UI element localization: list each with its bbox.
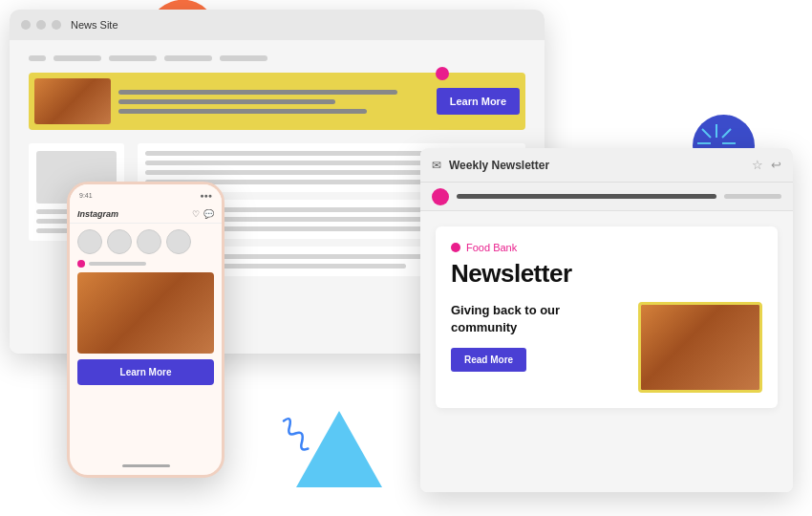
banner-text-line-2 — [118, 99, 335, 104]
instagram-post: Learn More — [70, 260, 222, 393]
story-bubble-3 — [137, 229, 161, 254]
email-subheader — [420, 183, 793, 211]
instagram-header-icons: ♡ 💬 — [192, 209, 214, 219]
email-action-icons: ☆ ↩ — [752, 158, 781, 172]
heart-icon: ♡ — [192, 209, 200, 219]
email-sender-avatar — [432, 188, 449, 205]
email-subject-text: Weekly Newsletter — [449, 159, 744, 172]
food-bank-header: Food Bank — [451, 242, 762, 253]
titlebar-dot-1 — [21, 20, 31, 30]
food-bank-label: Food Bank — [466, 242, 517, 253]
email-header: ✉ Weekly Newsletter ☆ ↩ — [420, 148, 793, 183]
main-text-2 — [145, 161, 462, 165]
nav-line-5 — [220, 55, 267, 61]
browser-title: News Site — [71, 19, 118, 31]
desktop-banner-ad: Learn More — [29, 73, 525, 130]
reply-icon[interactable]: ↩ — [771, 158, 781, 172]
banner-image — [34, 78, 111, 124]
email-mockup: ✉ Weekly Newsletter ☆ ↩ Food Bank Newsle… — [420, 148, 793, 492]
nav-line-3 — [109, 55, 157, 61]
read-more-button[interactable]: Read More — [451, 348, 526, 372]
phone-status-bar: 9:41 ●●● — [70, 184, 222, 205]
phone-learn-more-button[interactable]: Learn More — [77, 359, 214, 385]
banner-text-line-1 — [118, 90, 397, 95]
star-icon[interactable]: ☆ — [752, 158, 763, 172]
nav-line-2 — [53, 55, 101, 61]
banner-learn-more-button[interactable]: Learn More — [437, 88, 520, 115]
phone-home-indicator — [122, 464, 170, 467]
phone-status-time: 9:41 — [79, 192, 93, 199]
instagram-label: Instagram — [77, 209, 118, 219]
banner-image-inner — [34, 78, 111, 124]
phone-status-icons: ●●● — [200, 192, 212, 199]
email-envelope-icon: ✉ — [432, 159, 441, 172]
email-body: Food Bank Newsletter Giving back to our … — [420, 211, 793, 492]
newsletter-card: Food Bank Newsletter Giving back to our … — [436, 226, 778, 408]
post-header — [77, 260, 214, 268]
svg-line-4 — [702, 129, 711, 138]
titlebar-dot-3 — [52, 20, 61, 30]
instagram-stories — [70, 224, 222, 260]
email-date-line — [724, 194, 781, 199]
chat-icon: 💬 — [203, 209, 214, 219]
email-sender-line — [457, 194, 716, 199]
phone-mockup: 9:41 ●●● Instagram ♡ 💬 Learn More — [67, 182, 224, 478]
desktop-nav-bar — [29, 55, 525, 61]
banner-text-lines — [118, 90, 429, 114]
story-bubble-4 — [166, 229, 191, 254]
story-bubble-2 — [107, 229, 132, 254]
nav-line-4 — [164, 55, 212, 61]
svg-line-6 — [722, 129, 731, 138]
nav-line-1 — [29, 55, 46, 61]
newsletter-content-row: Giving back to our community Read More — [451, 302, 762, 393]
titlebar-dot-2 — [36, 20, 46, 30]
banner-text-line-3 — [118, 109, 367, 114]
newsletter-image-inner — [641, 305, 759, 390]
banner-pink-dot — [436, 67, 449, 80]
post-username-line — [89, 262, 146, 266]
newsletter-text-block: Giving back to our community Read More — [451, 302, 627, 372]
newsletter-headline: Giving back to our community — [451, 302, 627, 336]
newsletter-title: Newsletter — [451, 259, 762, 289]
food-bank-dot — [451, 243, 460, 252]
browser-titlebar: News Site — [10, 10, 545, 40]
instagram-header: Instagram ♡ 💬 — [70, 205, 222, 224]
post-pink-dot — [77, 260, 85, 268]
story-bubble-1 — [77, 229, 102, 254]
post-image — [77, 272, 214, 354]
newsletter-image — [638, 302, 762, 393]
